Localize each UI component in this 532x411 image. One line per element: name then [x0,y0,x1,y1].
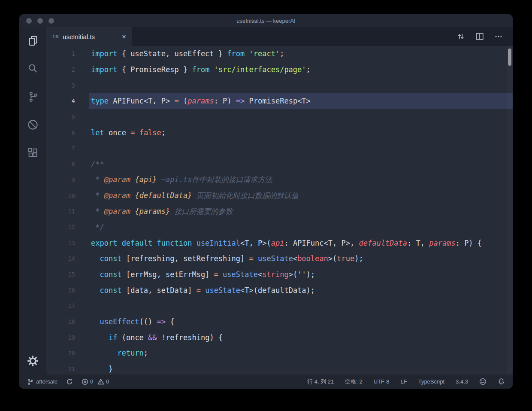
line-number: 15 [46,271,75,278]
language-mode[interactable]: TypeScript [418,378,444,385]
line-number: 14 [46,255,75,262]
code-text: } [75,365,113,373]
line-number: 11 [46,208,75,215]
code-line-11[interactable]: 11 * @param {params} 接口所需要的参数 [46,204,513,219]
code-text: * @param {api} —api.ts件中封装的接口请求方法 [75,175,272,185]
ts-language-badge: TS [52,34,59,39]
code-line-19[interactable]: 19 if (once && !refreshing) { [46,329,513,345]
editor-actions [456,27,513,46]
code-line-12[interactable]: 12 */ [46,219,513,235]
code-editor[interactable]: 1import { useState, useEffect } from 're… [46,46,513,374]
sidebar-item-explorer[interactable] [23,30,43,51]
code-text: import { useState, useEffect } from 'rea… [75,49,284,58]
editor-lines: 1import { useState, useEffect } from 're… [46,46,513,374]
sidebar-item-debug-disabled[interactable] [23,114,43,135]
code-text: * @param {defaultData} 页面初始化时接口数据的默认值 [75,191,299,201]
line-number: 9 [46,177,75,183]
line-number: 4 [46,97,75,104]
code-line-21[interactable]: 21 } [46,361,513,374]
code-line-14[interactable]: 14 const [refreshing, setRefreshing] = u… [46,251,513,267]
line-number: 5 [46,113,75,120]
code-line-2[interactable]: 2import { PromiseResp } from 'src/interf… [46,62,513,78]
swap-arrows-icon [456,32,466,41]
code-text: export default function useInitial<T, P>… [75,239,482,247]
tab-useinitial[interactable]: TS useInitial.ts × [46,27,132,46]
sidebar-item-search[interactable] [23,58,43,79]
feedback-icon [479,378,487,385]
settings-gear-icon [27,355,39,367]
search-icon [27,63,39,74]
more-actions-button[interactable] [494,32,503,41]
code-text: const [refreshing, setRefreshing] = useS… [75,254,363,263]
code-line-6[interactable]: 6let once = false; [46,125,513,140]
scrollbar-track[interactable] [507,46,513,374]
problems-indicator[interactable]: 0 0 [82,378,112,385]
extensions-icon [27,147,38,158]
titlebar: useInitial.ts — keeperAI [19,14,513,27]
split-editor-icon [475,32,484,41]
git-branch-indicator[interactable]: aftersale [27,378,57,385]
code-text: if (once && !refreshing) { [75,333,223,342]
code-line-20[interactable]: 20 return; [46,345,513,361]
code-text: */ [75,223,104,231]
code-text: let once = false; [75,128,166,137]
scrollbar-thumb[interactable] [508,49,511,66]
ts-version[interactable]: 3.4.3 [456,378,468,385]
code-line-17[interactable]: 17 [46,298,513,314]
code-line-3[interactable]: 3 [46,77,513,93]
more-actions-icon [494,32,503,41]
close-tab-icon[interactable]: × [122,33,126,40]
branch-name: aftersale [36,378,57,385]
minimize-window-button[interactable] [37,18,43,24]
line-number: 19 [46,334,75,341]
line-number: 18 [46,318,75,325]
code-text: const [data, setData] = useState<T>(defa… [75,286,315,295]
split-editor-button[interactable] [475,32,484,41]
code-line-5[interactable]: 5 [46,109,513,125]
code-text: return; [75,349,148,357]
code-line-7[interactable]: 7 [46,140,513,156]
source-control-icon [27,91,39,102]
line-number: 1 [46,50,75,57]
sync-icon [66,378,73,385]
line-number: 2 [46,66,75,73]
code-line-16[interactable]: 16 const [data, setData] = useState<T>(d… [46,282,513,298]
line-number: 8 [46,161,75,167]
line-number: 6 [46,129,75,136]
swap-arrows-button[interactable] [456,32,466,41]
settings-gear-button[interactable] [23,350,43,371]
code-text: const [errMsg, setErrMsg] = useState<str… [75,270,315,279]
code-line-13[interactable]: 13export default function useInitial<T, … [46,235,513,251]
sidebar-item-extensions[interactable] [23,142,43,163]
tab-bar: TS useInitial.ts × [46,27,513,46]
code-line-18[interactable]: 18 useEffect(() => { [46,314,513,330]
indentation-indicator[interactable]: 空格: 2 [345,378,362,386]
close-window-button[interactable] [26,18,32,24]
warning-count: 0 [106,378,109,385]
sync-button[interactable] [66,378,73,385]
line-number: 7 [46,145,75,152]
line-number: 21 [46,365,75,372]
line-number: 13 [46,240,75,247]
bell-icon [498,378,505,385]
notifications-button[interactable] [498,378,505,385]
activity-bar [19,27,46,374]
encoding-indicator[interactable]: UTF-8 [374,378,390,385]
error-count: 0 [90,378,93,385]
code-line-4[interactable]: 4type APIFunc<T, P> = (params: P) => Pro… [46,93,513,109]
feedback-button[interactable] [479,378,487,385]
cursor-position[interactable]: 行 4, 列 21 [307,378,334,386]
code-line-9[interactable]: 9 * @param {api} —api.ts件中封装的接口请求方法 [46,172,513,188]
files-icon [27,35,39,46]
code-line-15[interactable]: 15 const [errMsg, setErrMsg] = useState<… [46,267,513,283]
sidebar-item-source-control[interactable] [23,86,43,107]
line-number: 12 [46,224,75,231]
zoom-window-button[interactable] [48,18,54,24]
line-number: 20 [46,350,75,356]
warning-icon [97,378,104,385]
traffic-lights [26,18,54,24]
code-line-8[interactable]: 8/** [46,156,513,172]
eol-indicator[interactable]: LF [400,378,407,385]
code-line-10[interactable]: 10 * @param {defaultData} 页面初始化时接口数据的默认值 [46,188,513,204]
code-line-1[interactable]: 1import { useState, useEffect } from 're… [46,46,513,62]
